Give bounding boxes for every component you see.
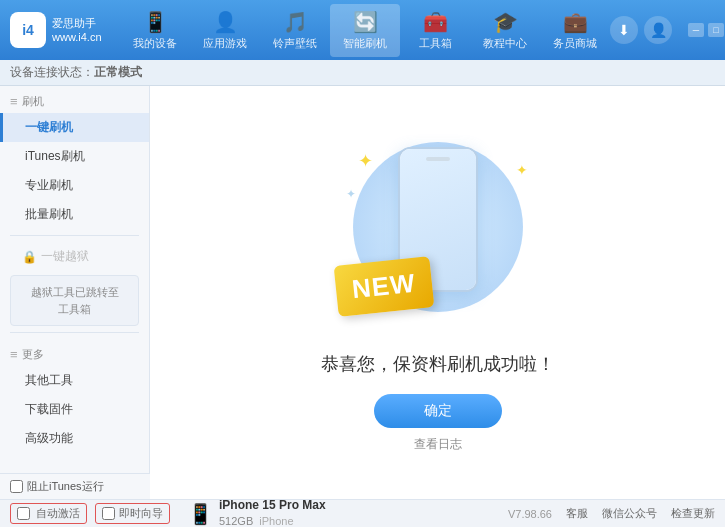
sidebar-item-advanced[interactable]: 高级功能	[0, 424, 149, 453]
phone-notch	[426, 157, 450, 161]
sidebar-item-pro-flash[interactable]: 专业刷机	[0, 171, 149, 200]
time-guide-group: 即时向导	[95, 503, 170, 524]
customer-service-link[interactable]: 客服	[566, 506, 588, 521]
device-storage: 512GB	[219, 514, 253, 527]
sidebar-divider-2	[10, 332, 139, 333]
nav-tutorial[interactable]: 🎓 教程中心	[470, 4, 540, 57]
itunes-stop-label: 阻止iTunes运行	[27, 479, 104, 494]
content-area: NEW ✦ ✦ ✦ 恭喜您，保资料刷机成功啦！ 确定 查看日志	[150, 86, 725, 499]
time-guide-checkbox[interactable]	[102, 507, 115, 520]
sparkle-2: ✦	[516, 162, 528, 178]
sidebar-divider-1	[10, 235, 139, 236]
ringtone-icon: 🎵	[283, 10, 308, 34]
nav-smart-flash[interactable]: 🔄 智能刷机	[330, 4, 400, 57]
new-badge: NEW	[333, 256, 433, 317]
sidebar-more-title: ≡ 更多	[0, 339, 149, 366]
nav-bar: 📱 我的设备 👤 应用游戏 🎵 铃声壁纸 🔄 智能刷机 🧰 工具箱 🎓 教程中心…	[120, 4, 610, 57]
app-logo: i4 爱思助手 www.i4.cn	[10, 12, 120, 48]
user-icon[interactable]: 👤	[644, 16, 672, 44]
tutorial-icon: 🎓	[493, 10, 518, 34]
sparkle-1: ✦	[358, 150, 373, 172]
main-layout: ≡ 刷机 一键刷机 iTunes刷机 专业刷机 批量刷机 🔒 一键越狱 越狱工具…	[0, 86, 725, 499]
device-icon: 📱	[143, 10, 168, 34]
jailbreak-notice-box: 越狱工具已跳转至 工具箱	[10, 275, 139, 326]
time-guide-label: 即时向导	[119, 506, 163, 521]
nav-apps-games[interactable]: 👤 应用游戏	[190, 4, 260, 57]
toolbox-icon: 🧰	[423, 10, 448, 34]
nav-my-device[interactable]: 📱 我的设备	[120, 4, 190, 57]
status-label: 设备连接状态：	[10, 64, 94, 81]
check-update-link[interactable]: 检查更新	[671, 506, 715, 521]
auto-activate-checkbox[interactable]	[17, 507, 30, 520]
auto-activate-group: 自动激活	[10, 503, 87, 524]
success-text: 恭喜您，保资料刷机成功啦！	[321, 352, 555, 376]
device-phone-icon: 📱	[188, 502, 213, 526]
minimize-button[interactable]: ─	[688, 23, 704, 37]
flash-icon: 🔄	[353, 10, 378, 34]
window-controls: ─ □ ×	[688, 23, 725, 37]
version-label: V7.98.66	[508, 508, 552, 520]
success-illustration: NEW ✦ ✦ ✦	[328, 132, 548, 342]
itunes-stop-bar: 阻止iTunes运行	[0, 473, 150, 499]
device-details: iPhone 15 Pro Max 512GB iPhone	[219, 497, 326, 527]
sidebar-wrapper: ≡ 刷机 一键刷机 iTunes刷机 专业刷机 批量刷机 🔒 一键越狱 越狱工具…	[0, 86, 150, 499]
top-bar: i4 爱思助手 www.i4.cn 📱 我的设备 👤 应用游戏 🎵 铃声壁纸 🔄…	[0, 0, 725, 60]
sidebar-item-itunes-flash[interactable]: iTunes刷机	[0, 142, 149, 171]
sidebar-jailbreak-disabled: 🔒 一键越狱	[0, 242, 149, 271]
confirm-button[interactable]: 确定	[374, 394, 502, 428]
sidebar-item-download-firmware[interactable]: 下载固件	[0, 395, 149, 424]
nav-ringtones[interactable]: 🎵 铃声壁纸	[260, 4, 330, 57]
bottom-device-section: 自动激活 即时向导 📱 iPhone 15 Pro Max 512GB iPho…	[10, 497, 508, 527]
wechat-link[interactable]: 微信公众号	[602, 506, 657, 521]
logo-text: 爱思助手 www.i4.cn	[52, 16, 102, 45]
top-right-controls: ⬇ 👤 ─ □ ×	[610, 16, 725, 44]
flash-section-icon: ≡	[10, 94, 18, 109]
sparkle-3: ✦	[346, 187, 356, 201]
sidebar-item-one-key-flash[interactable]: 一键刷机	[0, 113, 149, 142]
service-icon: 💼	[563, 10, 588, 34]
device-type: iPhone	[259, 514, 293, 527]
bottom-right: V7.98.66 客服 微信公众号 检查更新	[508, 506, 715, 521]
auto-activate-label: 自动激活	[36, 506, 80, 521]
sidebar: ≡ 刷机 一键刷机 iTunes刷机 专业刷机 批量刷机 🔒 一键越狱 越狱工具…	[0, 86, 150, 473]
download-icon[interactable]: ⬇	[610, 16, 638, 44]
more-section-icon: ≡	[10, 347, 18, 362]
lock-icon: 🔒	[22, 250, 37, 264]
nav-toolbox[interactable]: 🧰 工具箱	[400, 4, 470, 57]
itunes-stop-checkbox[interactable]	[10, 480, 23, 493]
sidebar-item-other-tools[interactable]: 其他工具	[0, 366, 149, 395]
device-name: iPhone 15 Pro Max	[219, 497, 326, 514]
log-link[interactable]: 查看日志	[414, 436, 462, 453]
maximize-button[interactable]: □	[708, 23, 724, 37]
device-info: 📱 iPhone 15 Pro Max 512GB iPhone	[188, 497, 326, 527]
sidebar-item-batch-flash[interactable]: 批量刷机	[0, 200, 149, 229]
sidebar-flash-title: ≡ 刷机	[0, 86, 149, 113]
status-bar: 设备连接状态： 正常模式	[0, 60, 725, 86]
status-mode: 正常模式	[94, 64, 142, 81]
nav-service[interactable]: 💼 务员商城	[540, 4, 610, 57]
apps-icon: 👤	[213, 10, 238, 34]
logo-icon: i4	[10, 12, 46, 48]
bottom-bar: 自动激活 即时向导 📱 iPhone 15 Pro Max 512GB iPho…	[0, 499, 725, 527]
